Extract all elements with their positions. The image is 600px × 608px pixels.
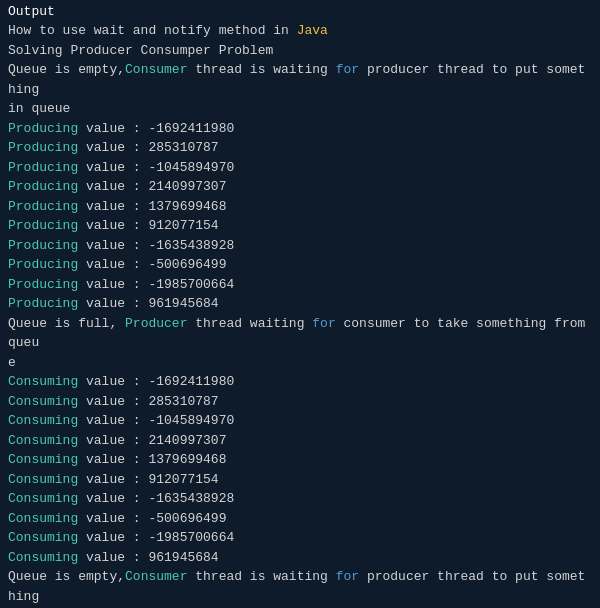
line-cons-8: Consuming value : -500696499 bbox=[8, 509, 592, 529]
output-panel: Output How to use wait and notify method… bbox=[0, 0, 600, 608]
line-1: How to use wait and notify method in Jav… bbox=[8, 21, 592, 41]
line-prod-4: Producing value : 2140997307 bbox=[8, 177, 592, 197]
line-3b: in queue bbox=[8, 99, 592, 119]
line-prod-1: Producing value : -1692411980 bbox=[8, 119, 592, 139]
line-3: Queue is empty,Consumer thread is waitin… bbox=[8, 60, 592, 99]
line-cons-4: Consuming value : 2140997307 bbox=[8, 431, 592, 451]
line-cons-7: Consuming value : -1635438928 bbox=[8, 489, 592, 509]
line-empty2: Queue is empty,Consumer thread is waitin… bbox=[8, 567, 592, 606]
line-2: Solving Producer Consumper Problem bbox=[8, 41, 592, 61]
line-cons-2: Consuming value : 285310787 bbox=[8, 392, 592, 412]
line-cons-9: Consuming value : -1985700664 bbox=[8, 528, 592, 548]
line-prod-7: Producing value : -1635438928 bbox=[8, 236, 592, 256]
line-full: Queue is full, Producer thread waiting f… bbox=[8, 314, 592, 353]
line-cons-1: Consuming value : -1692411980 bbox=[8, 372, 592, 392]
line-prod-10: Producing value : 961945684 bbox=[8, 294, 592, 314]
line-prod-2: Producing value : 285310787 bbox=[8, 138, 592, 158]
line-full-2: e bbox=[8, 353, 592, 373]
line-prod-3: Producing value : -1045894970 bbox=[8, 158, 592, 178]
line-cons-5: Consuming value : 1379699468 bbox=[8, 450, 592, 470]
output-label: Output bbox=[8, 4, 592, 19]
line-cons-3: Consuming value : -1045894970 bbox=[8, 411, 592, 431]
line-prod-9: Producing value : -1985700664 bbox=[8, 275, 592, 295]
line-cons-6: Consuming value : 912077154 bbox=[8, 470, 592, 490]
line-prod-5: Producing value : 1379699468 bbox=[8, 197, 592, 217]
line-cons-10: Consuming value : 961945684 bbox=[8, 548, 592, 568]
line-prod-6: Producing value : 912077154 bbox=[8, 216, 592, 236]
line-prod-8: Producing value : -500696499 bbox=[8, 255, 592, 275]
